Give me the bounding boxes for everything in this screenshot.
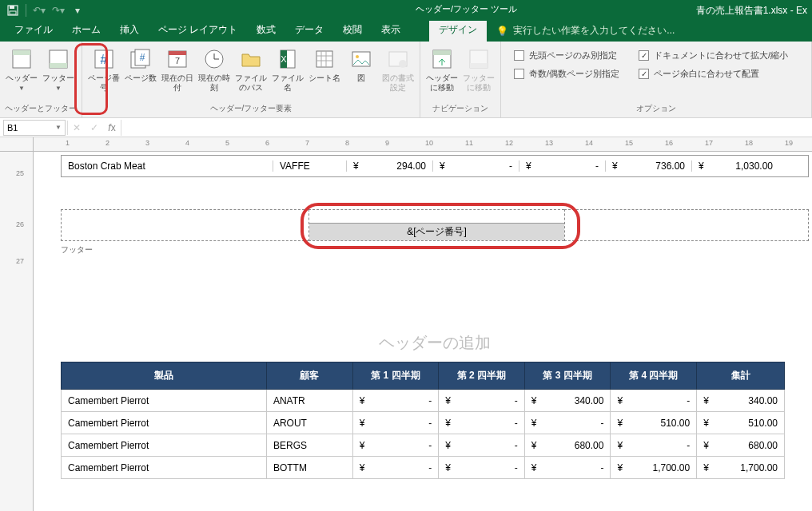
col-q2[interactable]: 第 2 四半期 <box>439 362 525 390</box>
tab-insert[interactable]: 挿入 <box>110 19 149 42</box>
svg-text:#: # <box>140 52 145 63</box>
tab-data[interactable]: データ <box>285 19 333 42</box>
footer-icon <box>46 46 71 72</box>
footer-edit-area: &[ページ番号] フッター <box>61 209 809 256</box>
page-number-icon: # <box>91 46 117 72</box>
footer-right-section[interactable] <box>564 209 809 241</box>
tab-formulas[interactable]: 数式 <box>247 19 285 42</box>
goto-header-button[interactable]: ヘッダーに移動 <box>425 45 459 94</box>
svg-text:X: X <box>281 54 287 64</box>
picture-button[interactable]: 図 <box>344 45 378 85</box>
format-picture-button: 図の書式設定 <box>381 45 415 94</box>
table-header-row: 製品 顧客 第 1 四半期 第 2 四半期 第 3 四半期 第 4 四半期 集計 <box>62 362 785 390</box>
group-label-navigation: ナビゲーション <box>425 101 496 116</box>
group-label-options: オプション <box>506 101 806 116</box>
sheet-name-button[interactable]: シート名 <box>308 45 341 85</box>
col-q4[interactable]: 第 4 四半期 <box>611 362 697 390</box>
opt-scale-with-doc[interactable]: ✓ドキュメントに合わせて拡大/縮小 <box>639 50 788 61</box>
checkbox-checked-icon: ✓ <box>639 69 649 79</box>
footer-button[interactable]: フッター▼ <box>42 45 75 94</box>
svg-rect-26 <box>352 52 370 66</box>
svg-rect-21 <box>316 51 332 67</box>
svg-point-29 <box>399 60 407 68</box>
ribbon: ヘッダー▼ フッター▼ ヘッダーとフッター # ページ番号 # ページ数 7 現… <box>0 42 812 118</box>
data-table: 製品 顧客 第 1 四半期 第 2 四半期 第 3 四半期 第 4 四半期 集計… <box>61 362 785 479</box>
group-label-header-footer: ヘッダーとフッター <box>5 101 77 116</box>
svg-rect-4 <box>13 50 30 55</box>
footer-label: フッター <box>61 244 809 256</box>
tab-file[interactable]: ファイル <box>5 19 62 42</box>
qat-customize-icon[interactable]: ▾ <box>70 2 86 18</box>
horizontal-ruler: 1 2 3 4 5 6 7 8 9 10 11 12 13 14 15 16 1… <box>34 137 812 152</box>
svg-rect-6 <box>50 63 67 68</box>
col-product[interactable]: 製品 <box>62 362 267 390</box>
format-picture-icon <box>385 46 411 72</box>
title-bar: ↶▾ ↷▾ ▾ ヘッダー/フッター ツール 青の売上報告書1.xlsx - Ex <box>0 0 812 21</box>
file-path-button[interactable]: ファイルのパス <box>234 45 268 94</box>
name-box[interactable]: B1 ▼ <box>3 120 66 136</box>
page-number-button[interactable]: # ページ番号 <box>87 45 121 94</box>
tab-design[interactable]: デザイン <box>429 19 487 42</box>
save-icon[interactable] <box>5 2 21 18</box>
cancel-formula-icon: ✕ <box>68 122 86 133</box>
page-content: Boston Crab Meat VAFFE ¥294.00 ¥- ¥- ¥73… <box>61 155 809 479</box>
ribbon-tabs: ファイル ホーム 挿入 ページ レイアウト 数式 データ 校閲 表示 デザイン … <box>0 21 812 42</box>
tab-review[interactable]: 校閲 <box>333 19 372 42</box>
header-add-placeholder[interactable]: ヘッダーの追加 <box>61 332 809 354</box>
table-row[interactable]: Camembert PierrotBERGS¥-¥-¥680.00¥-¥680.… <box>62 434 785 457</box>
svg-text:#: # <box>101 53 108 66</box>
chevron-down-icon: ▼ <box>55 124 62 131</box>
header-icon <box>9 46 34 72</box>
col-q3[interactable]: 第 3 四半期 <box>524 362 611 390</box>
redo-icon[interactable]: ↷▾ <box>50 2 66 18</box>
svg-rect-31 <box>433 50 451 55</box>
next-page: ヘッダーの追加 製品 顧客 第 1 四半期 第 2 四半期 第 3 四半期 第 … <box>61 332 809 479</box>
opt-first-page-different[interactable]: 先頭ページのみ別指定 <box>514 50 619 61</box>
opt-align-margins[interactable]: ✓ページ余白に合わせて配置 <box>639 68 788 80</box>
table-row[interactable]: Camembert PierrotBOTTM¥-¥-¥-¥1,700.00¥1,… <box>62 457 785 479</box>
checkbox-checked-icon: ✓ <box>639 50 649 61</box>
goto-header-icon <box>429 46 455 72</box>
footer-center-section[interactable]: &[ページ番号] <box>308 209 564 241</box>
footer-code-text: &[ページ番号] <box>309 223 564 240</box>
page-count-button[interactable]: # ページ数 <box>124 45 157 85</box>
opt-odd-even-different[interactable]: 奇数/偶数ページ別指定 <box>514 68 619 80</box>
cell-customer: VAFFE <box>273 160 346 172</box>
group-elements: # ページ番号 # ページ数 7 現在の日付 現在の時刻 ファイルのパス X フ <box>82 42 420 117</box>
tab-page-layout[interactable]: ページ レイアウト <box>149 19 247 42</box>
table-row[interactable]: Camembert PierrotAROUT¥-¥-¥-¥510.00¥510.… <box>62 412 785 434</box>
group-header-footer: ヘッダー▼ フッター▼ ヘッダーとフッター <box>0 42 82 117</box>
undo-icon[interactable]: ↶▾ <box>31 2 47 18</box>
col-q1[interactable]: 第 1 四半期 <box>352 362 439 390</box>
ruler-corner <box>0 137 34 152</box>
current-time-button[interactable]: 現在の時刻 <box>197 45 231 94</box>
tellme-placeholder: 実行したい作業を入力してください... <box>513 24 675 38</box>
context-tool-title: ヘッダー/フッター ツール <box>416 3 517 15</box>
goto-footer-button: フッターに移動 <box>462 45 496 94</box>
clock-icon <box>201 46 227 72</box>
col-total[interactable]: 集計 <box>697 362 785 390</box>
footer-left-section[interactable] <box>61 209 308 241</box>
tab-view[interactable]: 表示 <box>372 19 410 42</box>
table-row[interactable]: Boston Crab Meat VAFFE ¥294.00 ¥- ¥- ¥73… <box>61 155 809 177</box>
group-navigation: ヘッダーに移動 フッターに移動 ナビゲーション <box>420 42 501 117</box>
checkbox-icon <box>514 50 524 61</box>
fx-icon[interactable]: fx <box>103 122 121 133</box>
cell-product: Boston Crab Meat <box>62 160 273 172</box>
tab-home[interactable]: ホーム <box>62 19 110 42</box>
header-button[interactable]: ヘッダー▼ <box>5 45 38 94</box>
tellme-box[interactable]: 💡 実行したい作業を入力してください... <box>487 20 684 42</box>
picture-icon <box>348 46 374 72</box>
svg-rect-13 <box>169 51 186 55</box>
lightbulb-icon: 💡 <box>496 26 508 37</box>
group-label-elements: ヘッダー/フッター要素 <box>87 101 415 116</box>
file-name-button[interactable]: X ファイル名 <box>271 45 304 94</box>
formula-input[interactable] <box>121 120 812 136</box>
formula-bar: B1 ▼ ✕ ✓ fx <box>0 118 812 137</box>
svg-rect-1 <box>10 6 14 9</box>
svg-rect-33 <box>470 63 488 68</box>
svg-text:7: 7 <box>175 56 180 65</box>
table-row[interactable]: Camembert PierrotANATR¥-¥-¥340.00¥-¥340.… <box>62 390 785 412</box>
col-customer[interactable]: 顧客 <box>266 362 352 390</box>
current-date-button[interactable]: 7 現在の日付 <box>161 45 194 94</box>
